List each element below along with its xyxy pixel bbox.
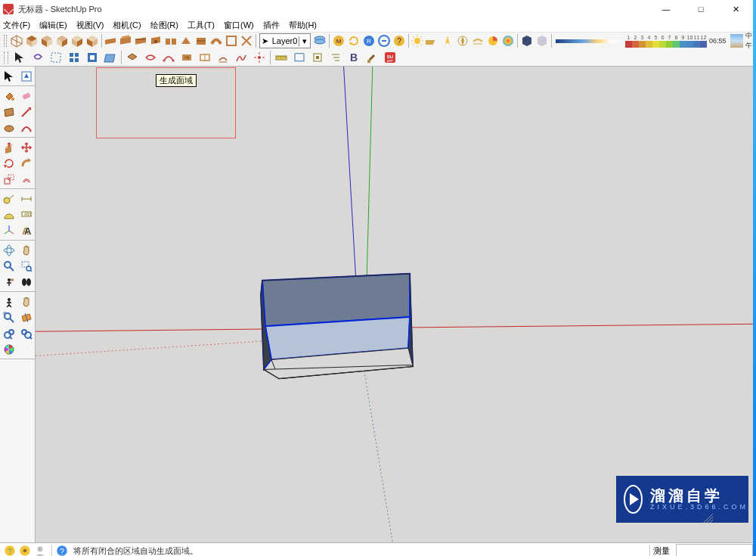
component-browser[interactable] bbox=[18, 68, 34, 84]
su-app-icon[interactable]: SUAPP bbox=[382, 50, 398, 65]
outliner-icon[interactable] bbox=[327, 50, 344, 65]
3d-text-tool[interactable]: AA bbox=[18, 222, 34, 238]
eraser-tool[interactable] bbox=[18, 88, 34, 104]
menu-draw[interactable]: 绘图(R) bbox=[150, 20, 178, 31]
month-swatch-10[interactable]: 10 bbox=[686, 34, 693, 48]
line-tool[interactable] bbox=[18, 104, 34, 120]
top-view-icon[interactable] bbox=[25, 33, 39, 48]
geo-icon[interactable] bbox=[18, 544, 32, 556]
book-icon[interactable] bbox=[291, 50, 308, 65]
help-icon[interactable]: ? bbox=[3, 544, 17, 556]
menu-edit[interactable]: 编辑(E) bbox=[39, 20, 67, 31]
fog-icon[interactable] bbox=[471, 33, 485, 48]
month-palette[interactable]: 123456789101112 bbox=[625, 34, 707, 48]
pan-tool[interactable] bbox=[18, 242, 34, 258]
window-select-icon[interactable] bbox=[48, 50, 64, 65]
north-icon[interactable] bbox=[441, 33, 454, 48]
month-swatch-2[interactable]: 2 bbox=[632, 34, 639, 48]
menu-help[interactable]: 帮助(H) bbox=[289, 20, 317, 31]
close-button[interactable]: ✕ bbox=[718, 0, 753, 18]
plugin-tool-5[interactable] bbox=[164, 33, 178, 48]
style-icon[interactable] bbox=[486, 33, 500, 48]
previous-view-tool[interactable] bbox=[1, 325, 17, 341]
plugin-b[interactable]: B bbox=[345, 50, 362, 65]
month-swatch-12[interactable]: 12 bbox=[700, 34, 707, 48]
month-swatch-1[interactable]: 1 bbox=[625, 34, 632, 48]
maximize-button[interactable]: □ bbox=[683, 0, 718, 18]
month-swatch-8[interactable]: 8 bbox=[673, 34, 680, 48]
walk-tool[interactable] bbox=[18, 274, 34, 290]
grip-icon[interactable] bbox=[4, 51, 8, 64]
section-plane-tool[interactable] bbox=[18, 309, 34, 325]
plugin-refresh[interactable] bbox=[347, 33, 361, 48]
render-icon[interactable] bbox=[501, 33, 515, 48]
plugin-link[interactable] bbox=[377, 33, 391, 48]
select-icon[interactable] bbox=[11, 50, 28, 65]
circle-tool[interactable] bbox=[1, 120, 17, 135]
offset-tool[interactable] bbox=[18, 171, 34, 187]
rectangle-tool[interactable] bbox=[1, 104, 17, 120]
right-view-icon[interactable] bbox=[55, 33, 69, 48]
color-wheel-tool[interactable] bbox=[1, 341, 17, 357]
protractor-tool[interactable] bbox=[1, 207, 17, 222]
lasso-icon[interactable] bbox=[29, 50, 46, 65]
cube-trans-icon[interactable] bbox=[535, 33, 549, 48]
orient-face-icon[interactable] bbox=[197, 50, 213, 65]
tape-measure-tool[interactable] bbox=[1, 191, 17, 207]
plugin-question[interactable]: ? bbox=[392, 33, 406, 48]
dimension-tool[interactable] bbox=[18, 191, 34, 207]
plugin-m[interactable]: M bbox=[332, 33, 345, 48]
month-swatch-9[interactable]: 9 bbox=[680, 34, 686, 48]
sel-all-icon[interactable] bbox=[66, 50, 82, 65]
zoom-extents-tool[interactable] bbox=[1, 309, 17, 325]
plugin-tool-2[interactable] bbox=[119, 33, 132, 48]
month-swatch-3[interactable]: 3 bbox=[639, 34, 646, 48]
left-view-icon[interactable] bbox=[85, 33, 99, 48]
grip-icon[interactable] bbox=[4, 35, 7, 47]
month-swatch-5[interactable]: 5 bbox=[652, 34, 659, 48]
scale-tool[interactable] bbox=[1, 171, 17, 187]
soften-icon[interactable] bbox=[233, 50, 249, 65]
explode-icon[interactable] bbox=[251, 50, 268, 65]
zoom-tool[interactable] bbox=[1, 258, 17, 274]
make-face-icon[interactable] bbox=[124, 50, 141, 65]
measure-input[interactable] bbox=[676, 544, 753, 556]
axes-tool[interactable] bbox=[1, 222, 17, 238]
camera-pan-tool[interactable] bbox=[18, 294, 34, 309]
paint-bucket-tool[interactable] bbox=[1, 88, 17, 104]
cleanup-icon[interactable] bbox=[215, 50, 231, 65]
menu-tools[interactable]: 工具(T) bbox=[187, 20, 215, 31]
menu-plugins[interactable]: 插件 bbox=[263, 20, 280, 31]
sel-face-icon[interactable] bbox=[102, 50, 119, 65]
back-view-icon[interactable] bbox=[70, 33, 84, 48]
arc-tool[interactable] bbox=[18, 120, 34, 135]
menu-view[interactable]: 视图(V) bbox=[76, 20, 104, 31]
plugin-tool-7[interactable] bbox=[194, 33, 208, 48]
rotate-tool[interactable] bbox=[1, 155, 17, 171]
plugin-r[interactable]: R bbox=[362, 33, 376, 48]
front-view-icon[interactable] bbox=[40, 33, 54, 48]
compass-icon[interactable] bbox=[456, 33, 469, 48]
plugin-tool-4[interactable] bbox=[149, 33, 163, 48]
3d-viewport[interactable]: 生成面域 溜溜自学 ZIXUE.3D66.COM bbox=[36, 67, 756, 542]
month-swatch-11[interactable]: 11 bbox=[693, 34, 700, 48]
plugin-tool-9[interactable] bbox=[225, 33, 238, 48]
plugin-tool-8[interactable] bbox=[209, 33, 223, 48]
month-swatch-4[interactable]: 4 bbox=[646, 34, 652, 48]
zoom-window-tool[interactable] bbox=[18, 258, 34, 274]
cube-dark-icon[interactable] bbox=[520, 33, 534, 48]
pushpull-tool[interactable] bbox=[1, 139, 17, 155]
menu-file[interactable]: 文件(F) bbox=[3, 20, 30, 31]
plugin-tool-6[interactable] bbox=[179, 33, 193, 48]
tools-icon[interactable] bbox=[364, 50, 380, 65]
position-camera-tool[interactable] bbox=[1, 294, 17, 309]
sky-preview[interactable] bbox=[730, 34, 743, 48]
month-swatch-6[interactable]: 6 bbox=[659, 34, 666, 48]
user-icon[interactable] bbox=[33, 544, 47, 556]
plugin-tool-1[interactable] bbox=[104, 33, 117, 48]
sun-gradient-bar[interactable] bbox=[556, 39, 625, 43]
menu-camera[interactable]: 相机(C) bbox=[113, 20, 141, 31]
reverse-face-icon[interactable] bbox=[178, 50, 195, 65]
plugin-tool-10[interactable] bbox=[240, 33, 253, 48]
component-icon[interactable] bbox=[309, 50, 326, 65]
